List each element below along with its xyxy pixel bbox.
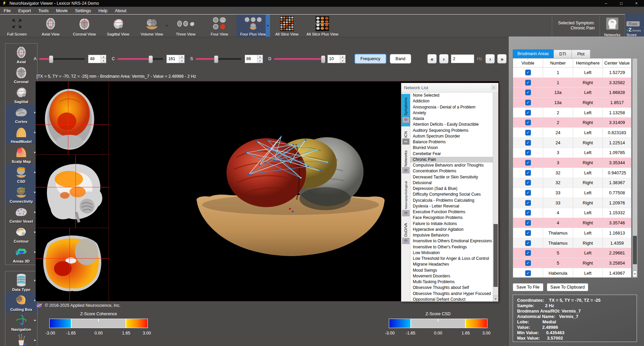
network-list-header[interactable]: Network List x: [401, 83, 498, 93]
checkbox-checked-icon[interactable]: ✓: [525, 190, 531, 196]
checkbox-checked-icon[interactable]: ✓: [525, 210, 531, 216]
table-row[interactable]: ✓32Left0.940725: [513, 168, 631, 178]
sidebar-item-coronal[interactable]: Coronal: [5, 65, 37, 84]
slider-thumb[interactable]: [214, 55, 218, 63]
toolbar-button-three-view[interactable]: Three View: [169, 15, 203, 37]
checkbox-checked-icon[interactable]: ✓: [525, 250, 531, 256]
checkbox-checked-icon[interactable]: ✓: [525, 170, 531, 176]
network-list-item[interactable]: Chronic Pain: [410, 157, 493, 163]
network-list-item[interactable]: Oppositional Defiant Conduct: [410, 297, 493, 301]
sagittal-slice-view[interactable]: [36, 155, 109, 228]
column-header-center-value[interactable]: Center Value: [603, 58, 631, 67]
network-list-item[interactable]: Anxiety: [410, 110, 493, 116]
network-list-item[interactable]: Movement Disorders: [410, 273, 493, 279]
slider-thumb[interactable]: [321, 55, 325, 63]
checkbox-checked-icon[interactable]: ✓: [525, 220, 531, 226]
checkbox-checked-icon[interactable]: ✓: [525, 270, 531, 276]
network-list-item[interactable]: None Selected: [410, 93, 493, 98]
network-list-item[interactable]: Face Recognition Problems: [410, 215, 493, 221]
network-list-item[interactable]: Depression (Sad & Blue): [410, 186, 493, 192]
toolbar-button-axial-view[interactable]: Axial View: [34, 15, 68, 37]
menu-item-help[interactable]: Help: [95, 7, 111, 14]
slider-c[interactable]: [117, 58, 163, 60]
network-list-item[interactable]: Compulsive Behaviors and/or Thoughts: [410, 163, 493, 168]
networks-button[interactable]: Sx Networks: [599, 14, 625, 38]
network-list-item[interactable]: Cerebellar Fear: [410, 151, 493, 157]
table-row[interactable]: ✓24Right1.22514: [513, 138, 631, 148]
spin-down-icon[interactable]: ▼: [340, 59, 345, 63]
checkbox-checked-icon[interactable]: ✓: [525, 260, 531, 266]
table-row[interactable]: ✓5Right3.25854: [513, 258, 631, 268]
close-button[interactable]: ×: [629, 0, 644, 7]
frequency-button[interactable]: Frequency: [354, 54, 386, 64]
table-row[interactable]: ✓3Left1.09785: [513, 148, 631, 158]
table-row[interactable]: ✓1Left1.52729: [513, 68, 631, 78]
slider-thumb[interactable]: [149, 55, 153, 63]
sidebar-item-theme[interactable]: Theme▶: [5, 332, 37, 346]
network-list-item[interactable]: Low Threshold for Anger & Loss of Contro…: [410, 256, 493, 262]
slider-s[interactable]: [196, 58, 241, 60]
minimize-button[interactable]: –: [598, 0, 614, 7]
toolbar-button-four-view[interactable]: Four View: [203, 15, 236, 37]
dropdown-caret-icon[interactable]: ▼: [165, 24, 168, 27]
menu-item-movie[interactable]: Movie: [52, 7, 72, 14]
network-list-item[interactable]: Auditory Sequencing Problems: [410, 128, 493, 133]
checkbox-checked-icon[interactable]: ✓: [525, 150, 531, 155]
table-row[interactable]: ✓HabenulaLeft1.43967: [513, 268, 631, 278]
spin-up-icon[interactable]: ▲: [258, 55, 263, 59]
checkbox-checked-icon[interactable]: ✓: [525, 70, 531, 75]
network-list-item[interactable]: Decreased Tactile or Skin Sensitivity: [410, 174, 493, 180]
first-frequency-button[interactable]: «: [427, 54, 437, 64]
spin-up-icon[interactable]: ▲: [340, 55, 345, 59]
toolbar-button-coronal-view[interactable]: Coronal View: [68, 15, 101, 37]
table-row[interactable]: ✓2Left1.13258: [513, 108, 631, 118]
sidebar-item-sagittal[interactable]: Sagittal: [5, 84, 37, 104]
spinbox-a[interactable]: 48▲▼: [88, 55, 106, 63]
score-button[interactable]: Raw √Z-Scores Score: [625, 14, 644, 38]
sidebar-item-connectivity[interactable]: Connectivity▶: [5, 184, 37, 204]
column-header-visible[interactable]: ⌄Visible: [513, 58, 543, 67]
sidebar-item-headmodel[interactable]: HeadModel▶: [5, 124, 37, 144]
sidebar-item-data-type[interactable]: Data Type▶: [5, 272, 37, 292]
table-row[interactable]: ✓1Right3.32582: [513, 78, 631, 88]
brodmann-table-scrollbar[interactable]: ▼: [632, 58, 638, 278]
band-button[interactable]: Band: [390, 54, 411, 64]
save-to-clipboard-button[interactable]: Save To Clipboard: [547, 283, 589, 291]
network-list-item[interactable]: Obsessive Thoughts and/or Hyper Focused: [410, 291, 493, 297]
dropdown-caret-icon[interactable]: ▼: [266, 15, 270, 37]
network-list-item[interactable]: Concentration Problems: [410, 168, 493, 174]
sidebar-item-areas-3d[interactable]: Areas 3D▶: [5, 244, 37, 264]
table-row[interactable]: ✓24Left0.823183: [513, 128, 631, 138]
toolbar-button-all-slice-view[interactable]: All Slice View: [270, 15, 304, 37]
sidebar-item-center-voxel[interactable]: Center Voxel▶: [5, 204, 37, 224]
checkbox-checked-icon[interactable]: ✓: [525, 140, 531, 146]
network-list-item[interactable]: Executive Function Problems: [410, 209, 493, 215]
checkbox-checked-icon[interactable]: ✓: [525, 130, 531, 135]
slider-d[interactable]: [274, 58, 324, 60]
slider-thumb[interactable]: [49, 55, 53, 63]
table-row[interactable]: ✓13aLeft1.66828: [513, 88, 631, 98]
network-tab-icn[interactable]: ICNICN: [401, 130, 410, 146]
last-frequency-button[interactable]: »: [497, 54, 507, 64]
spinbox-d[interactable]: 10▲▼: [327, 55, 346, 63]
checkbox-checked-icon[interactable]: ✓: [525, 180, 531, 186]
slider-a[interactable]: [39, 58, 85, 60]
spinbox-c[interactable]: 161▲▼: [166, 55, 185, 63]
column-header-hemisphere[interactable]: Hemisphere: [573, 58, 603, 67]
sidebar-item-cutting-box[interactable]: Cutting Box▶: [5, 292, 37, 312]
table-row[interactable]: ✓ThalamusRight1.4359: [513, 238, 631, 248]
checkbox-checked-icon[interactable]: ✓: [525, 90, 531, 95]
table-row[interactable]: ✓33Right1.20976: [513, 198, 631, 208]
tab-dti[interactable]: DTI: [554, 50, 572, 58]
network-list-item[interactable]: Failure to Initiate Actions: [410, 221, 493, 227]
sidebar-item-scalp-map[interactable]: Scalp Map▶: [5, 144, 37, 164]
spin-down-icon[interactable]: ▼: [179, 59, 184, 63]
network-list-item[interactable]: Blurred Vision: [410, 145, 493, 151]
checkbox-checked-icon[interactable]: ✓: [525, 160, 531, 166]
table-row[interactable]: ✓13aRight1.8517: [513, 98, 631, 108]
menu-item-tools[interactable]: Tools: [35, 7, 52, 14]
sidebar-item-contour[interactable]: Contour▶: [5, 224, 37, 244]
next-frequency-button[interactable]: ›: [485, 54, 495, 64]
menu-item-settings[interactable]: Settings: [72, 7, 95, 14]
network-list-item[interactable]: Ataxia: [410, 116, 493, 122]
